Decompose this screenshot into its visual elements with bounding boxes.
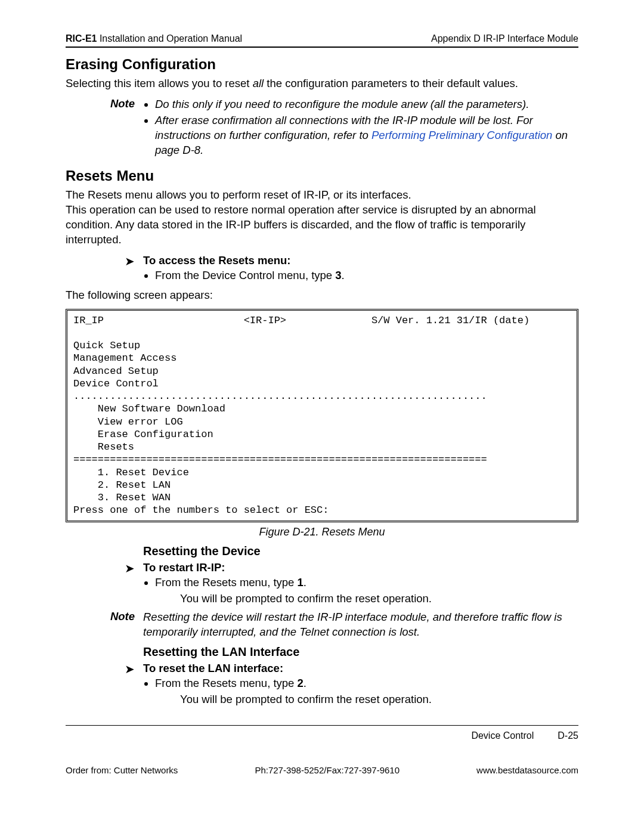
sub2-title: Resetting the LAN Interface xyxy=(143,645,578,659)
note-1-label: Note xyxy=(66,97,143,159)
sub2-step-c: . xyxy=(304,677,306,689)
proc-after-text: The following screen appears: xyxy=(66,288,578,303)
proc-restart: ➤ To restart IR-IP: From the Resets menu… xyxy=(66,561,578,606)
proc-access-step-a: From the Device Control menu, type xyxy=(155,269,335,281)
proc-access-step: From the Device Control menu, type 3. xyxy=(155,268,578,283)
section1-para-c: the configuration parameters to their de… xyxy=(264,77,518,89)
proc-access-resets-body: To access the Resets menu: From the Devi… xyxy=(143,253,578,284)
page-header: RIC-E1 Installation and Operation Manual… xyxy=(66,33,578,48)
footer-page: D-25 xyxy=(558,730,578,741)
note-2-body: Resetting the device will restart the IR… xyxy=(143,610,578,640)
print-footer: Order from: Cutter Networks Ph:727-398-5… xyxy=(66,765,578,775)
note-1-body: Do this only if you need to reconfigure … xyxy=(143,97,578,159)
section2-para: The Resets menu allows you to perform re… xyxy=(66,188,578,247)
sub2-step-a: From the Resets menu, type xyxy=(155,677,298,689)
section1-para-a: Selecting this item allows you to reset xyxy=(66,77,253,89)
manual-rest: Installation and Operation Manual xyxy=(97,33,242,44)
proc-access-resets-title: To access the Resets menu: xyxy=(143,253,578,268)
proc-restart-title: To restart IR-IP: xyxy=(143,561,578,575)
header-left: RIC-E1 Installation and Operation Manual xyxy=(66,33,242,44)
sub1-title: Resetting the Device xyxy=(143,544,578,558)
sub1-step-a: From the Resets menu, type xyxy=(155,576,298,589)
note-2: Note Resetting the device will restart t… xyxy=(66,610,578,640)
arrow-icon: ➤ xyxy=(66,561,143,577)
section1-para-italic: all xyxy=(253,77,264,89)
note1-b2-link[interactable]: Performing Preliminary Configuration xyxy=(371,129,552,141)
sub1-after: You will be prompted to confirm the rese… xyxy=(180,592,578,606)
arrow-icon: ➤ xyxy=(66,253,143,270)
section1-para: Selecting this item allows you to reset … xyxy=(66,76,578,91)
sub1-step-b: 1 xyxy=(298,576,304,589)
section-erasing-title: Erasing Configuration xyxy=(66,56,578,73)
print-footer-right: www.bestdatasource.com xyxy=(476,765,578,775)
proc-reset-lan-title: To reset the LAN interface: xyxy=(143,661,578,676)
note1-bullet1: Do this only if you need to reconfigure … xyxy=(155,97,578,112)
page: RIC-E1 Installation and Operation Manual… xyxy=(0,0,644,833)
note-2-label: Note xyxy=(66,610,143,640)
print-footer-left: Order from: Cutter Networks xyxy=(66,765,178,775)
section-resets-title: Resets Menu xyxy=(66,168,578,184)
sub2-step-b: 2 xyxy=(298,677,304,689)
manual-prefix: RIC-E1 xyxy=(66,33,97,44)
arrow-icon: ➤ xyxy=(66,661,143,677)
proc-reset-lan-body: To reset the LAN interface: From the Res… xyxy=(143,661,578,707)
note-1: Note Do this only if you need to reconfi… xyxy=(66,97,578,159)
proc-access-step-c: . xyxy=(342,269,345,281)
proc-access-resets: ➤ To access the Resets menu: From the De… xyxy=(66,253,578,284)
proc-reset-lan-step: From the Resets menu, type 2. xyxy=(155,676,578,691)
print-footer-mid: Ph:727-398-5252/Fax:727-397-9610 xyxy=(255,765,400,775)
proc-restart-step: From the Resets menu, type 1. xyxy=(155,575,578,590)
proc-restart-body: To restart IR-IP: From the Resets menu, … xyxy=(143,561,578,606)
proc-access-step-b: 3 xyxy=(335,269,341,281)
sub2-after: You will be prompted to confirm the rese… xyxy=(180,692,578,707)
header-right: Appendix D IR-IP Interface Module xyxy=(431,33,578,44)
terminal-screen: IR_IP <IR-IP> S/W Ver. 1.21 31/IR (date)… xyxy=(66,309,578,522)
footer: Device Control D-25 xyxy=(66,725,578,741)
footer-section: Device Control xyxy=(471,730,534,741)
sub1-step-c: . xyxy=(304,576,306,589)
figure-caption: Figure D-21. Resets Menu xyxy=(66,526,578,538)
proc-reset-lan: ➤ To reset the LAN interface: From the R… xyxy=(66,661,578,707)
note1-bullet2: After erase confirmation all connections… xyxy=(155,113,578,158)
